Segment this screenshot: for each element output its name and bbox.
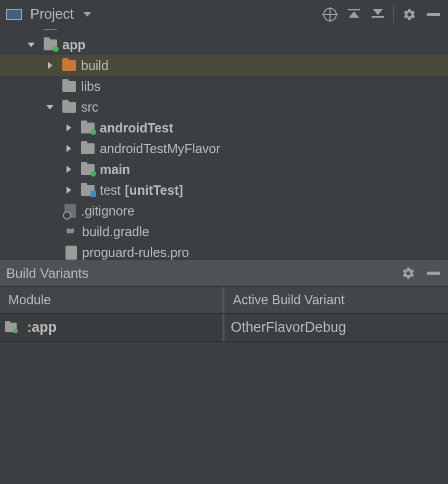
expand-toggle[interactable] — [45, 62, 55, 69]
tree-item-libs[interactable]: libs — [0, 76, 448, 97]
hide-panel-button[interactable] — [425, 6, 442, 23]
tree-item-label: build.gradle — [82, 224, 149, 239]
build-variants-settings-button[interactable] — [400, 265, 417, 281]
project-view-icon — [6, 9, 22, 20]
tree-item-androidtest[interactable]: androidTest — [0, 117, 448, 138]
gradle-file-icon — [62, 226, 78, 237]
module-cell[interactable]: :app — [0, 314, 225, 341]
source-folder-icon — [81, 123, 95, 133]
tree-item-label: app — [62, 37, 85, 52]
folder-icon — [81, 143, 95, 154]
expand-toggle[interactable] — [63, 145, 74, 152]
collapse-down-icon — [371, 9, 385, 20]
tree-item-label: libs — [81, 79, 101, 94]
expand-all-button[interactable] — [346, 6, 362, 23]
settings-button[interactable] — [401, 6, 418, 23]
tree-item-app[interactable]: app — [0, 34, 448, 55]
build-variants-header: Build Variants — [0, 260, 448, 287]
project-selector[interactable]: Project — [6, 6, 91, 22]
variant-name: OtherFlavorDebug — [231, 319, 346, 335]
folder-icon — [62, 102, 76, 113]
gear-icon — [402, 266, 415, 280]
tree-item-main[interactable]: main — [0, 159, 448, 180]
tree-item-label: .gitignore — [81, 204, 135, 219]
locate-target-button[interactable] — [322, 6, 338, 23]
module-folder-icon — [44, 39, 57, 50]
expand-toggle[interactable] — [26, 43, 36, 47]
tree-item-label: src — [81, 100, 98, 115]
tree-item-suffix: [unitTest] — [125, 183, 183, 198]
expand-toggle[interactable] — [63, 186, 74, 194]
folder-icon — [62, 81, 76, 92]
tree-item-label: main — [100, 162, 130, 177]
module-folder-icon — [5, 323, 17, 332]
build-variants-title: Build Variants — [6, 265, 89, 281]
expand-toggle[interactable] — [63, 124, 74, 131]
file-icon — [65, 246, 77, 260]
module-name: :app — [27, 319, 57, 335]
tree-item-idea[interactable]: .idea — [0, 29, 448, 34]
column-label: Module — [8, 292, 51, 307]
chevron-down-icon — [83, 12, 91, 17]
expand-toggle[interactable] — [63, 166, 74, 173]
column-module[interactable]: Module — [0, 287, 225, 313]
column-label: Active Build Variant — [233, 292, 345, 307]
variant-cell[interactable]: OtherFlavorDebug — [225, 314, 448, 341]
tree-item-label: .idea — [62, 29, 92, 32]
gitignore-file-icon — [64, 204, 76, 218]
project-tree: .idea app build libs src androidTest — [0, 29, 448, 260]
tree-item-androidtestmyflavor[interactable]: androidTestMyFlavor — [0, 138, 448, 159]
folder-icon — [44, 29, 57, 30]
tree-item-build[interactable]: build — [0, 55, 448, 76]
tree-item-label: build — [81, 58, 109, 73]
tree-item-label: proguard-rules.pro — [82, 245, 189, 260]
gear-icon — [403, 8, 416, 21]
tree-item-label: test — [100, 183, 121, 198]
project-title: Project — [30, 6, 74, 22]
target-icon — [323, 8, 337, 21]
project-toolbar: Project — [0, 0, 448, 29]
expand-up-icon — [347, 9, 361, 20]
tree-item-test[interactable]: test [unitTest] — [0, 180, 448, 200]
toolbar-divider — [393, 6, 394, 23]
expand-toggle[interactable] — [45, 105, 55, 110]
column-active-variant[interactable]: Active Build Variant — [225, 287, 448, 313]
build-variants-row[interactable]: :app OtherFlavorDebug — [0, 314, 448, 342]
build-variants-columns: Module Active Build Variant — [0, 287, 448, 314]
build-variants-empty-area — [0, 342, 448, 483]
tree-item-buildgradle[interactable]: build.gradle — [0, 221, 448, 242]
test-folder-icon — [81, 185, 95, 196]
collapse-all-button[interactable] — [370, 6, 386, 23]
minimize-icon — [427, 272, 440, 275]
tree-item-src[interactable]: src — [0, 97, 448, 117]
tree-item-proguard[interactable]: proguard-rules.pro — [0, 242, 448, 260]
build-folder-icon — [62, 60, 76, 71]
hide-build-variants-button[interactable] — [425, 265, 442, 281]
minimize-icon — [427, 13, 440, 16]
source-folder-icon — [81, 164, 95, 175]
tree-item-label: androidTest — [100, 120, 173, 136]
tree-item-label: androidTestMyFlavor — [100, 141, 220, 156]
tree-item-gitignore[interactable]: .gitignore — [0, 200, 448, 221]
